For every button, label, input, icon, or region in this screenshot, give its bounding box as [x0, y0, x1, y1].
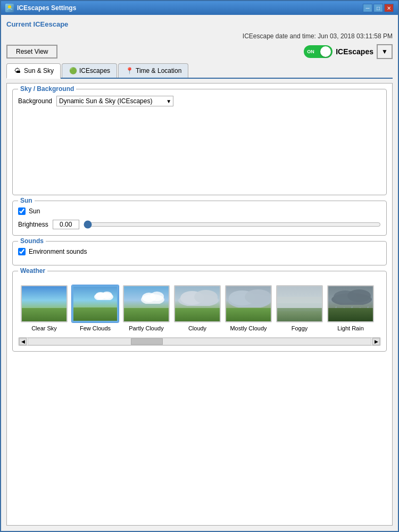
mostly-cloudy-cloud-icon	[226, 286, 272, 307]
time-location-icon: 📍	[125, 66, 134, 75]
svg-point-6	[150, 292, 164, 301]
background-label: Background	[18, 97, 52, 105]
clear-sky-label: Clear Sky	[31, 325, 57, 332]
few-clouds-cloud-icon	[93, 289, 114, 300]
brightness-slider-track	[84, 219, 381, 230]
tabs-row: 🌤 Sun & Sky 🟢 ICEscapes 📍 Time & Locatio…	[6, 63, 393, 79]
toggle-knob	[320, 46, 331, 57]
weather-section: Weather Clear Sky	[12, 271, 387, 352]
reset-toggle-row: Reset View ON ICEscapes ▼	[6, 44, 393, 59]
minimize-button[interactable]: ─	[363, 4, 372, 12]
weather-scrollbar: ◀ ▶	[18, 337, 381, 346]
weather-item-clear-sky[interactable]: Clear Sky	[20, 285, 68, 332]
weather-thumb-partly-cloudy	[123, 285, 170, 322]
weather-thumb-mostly-cloudy	[225, 285, 272, 322]
svg-point-15	[347, 289, 371, 302]
svg-point-3	[102, 292, 112, 299]
window-title: ICEscapes Settings	[17, 4, 76, 12]
partly-cloudy-cloud-icon	[139, 289, 166, 304]
weather-thumb-clear-sky	[21, 285, 68, 322]
title-bar-left: ICEscapes Settings	[5, 4, 76, 12]
brightness-value: 0.00	[53, 220, 79, 229]
few-clouds-trees	[73, 307, 117, 321]
window-content: Current ICEescape ICEescape date and tim…	[1, 15, 398, 531]
tab-icescapes-label: ICEscapes	[79, 67, 110, 74]
svg-point-9	[194, 290, 218, 304]
weather-thumb-few-clouds	[72, 285, 119, 322]
tab-sun-sky[interactable]: 🌤 Sun & Sky	[6, 63, 61, 79]
mostly-cloudy-trees	[226, 308, 271, 321]
mostly-cloudy-label: Mostly Cloudy	[230, 325, 267, 332]
background-row: Background Dynamic Sun & Sky (ICEscapes)…	[18, 96, 381, 106]
close-button[interactable]: ✕	[384, 4, 394, 12]
background-select[interactable]: Dynamic Sun & Sky (ICEscapes) Static Sky…	[56, 96, 173, 106]
scrollbar-track[interactable]	[28, 338, 371, 345]
rain-cloud-icon	[329, 289, 374, 305]
toggle-section: ON ICEscapes ▼	[304, 44, 393, 59]
light-rain-label: Light Rain	[337, 325, 364, 332]
svg-point-12	[245, 289, 271, 304]
weather-grid: Clear Sky	[18, 283, 381, 334]
sky-background-legend: Sky / Background	[18, 85, 76, 93]
brightness-slider[interactable]	[84, 220, 381, 229]
sun-checkbox[interactable]	[18, 207, 26, 215]
sun-sky-icon: 🌤	[13, 66, 22, 75]
env-sounds-label: Environment sounds	[29, 248, 87, 255]
tab-content: Sky / Background Background Dynamic Sun …	[6, 83, 393, 526]
maximize-button[interactable]: □	[373, 4, 383, 12]
foggy-trees	[277, 308, 322, 321]
datetime-text: ICEescape date and time: Jun 03, 2018 03…	[6, 32, 393, 40]
current-iceescape-label: Current ICEescape	[6, 20, 393, 28]
clear-sky-trees	[22, 308, 66, 321]
weather-item-cloudy[interactable]: Cloudy	[173, 285, 221, 332]
partly-cloudy-label: Partly Cloudy	[129, 325, 163, 332]
sky-background-section: Sky / Background Background Dynamic Sun …	[12, 89, 387, 195]
tab-icescapes[interactable]: 🟢 ICEscapes	[62, 63, 117, 78]
tab-time-location-label: Time & Location	[136, 67, 181, 74]
weather-thumb-foggy	[276, 285, 323, 322]
scrollbar-right-arrow[interactable]: ▶	[372, 338, 380, 345]
title-bar: ICEscapes Settings ─ □ ✕	[1, 1, 398, 15]
cloudy-cloud-icon	[176, 287, 221, 306]
few-clouds-label: Few Clouds	[80, 325, 111, 332]
weather-legend: Weather	[18, 267, 47, 275]
scrollbar-thumb[interactable]	[131, 338, 163, 345]
icescapes-toggle[interactable]: ON	[304, 45, 332, 58]
tab-sun-sky-label: Sun & Sky	[24, 67, 54, 74]
main-window: ICEscapes Settings ─ □ ✕ Current ICEesca…	[0, 0, 399, 532]
env-sounds-checkbox[interactable]	[18, 248, 26, 255]
sun-section: Sun Sun Brightness 0.00	[12, 201, 387, 236]
weather-item-few-clouds[interactable]: Few Clouds	[71, 285, 119, 332]
scrollbar-left-arrow[interactable]: ◀	[19, 338, 27, 345]
rain-trees	[328, 308, 373, 321]
weather-thumb-cloudy	[174, 285, 221, 322]
weather-item-partly-cloudy[interactable]: Partly Cloudy	[122, 285, 170, 332]
icescapes-tab-icon: 🟢	[69, 66, 77, 75]
sounds-section: Sounds Environment sounds	[12, 241, 387, 265]
icescapes-label: ICEscapes	[336, 47, 373, 56]
brightness-row: Brightness 0.00	[18, 219, 381, 230]
brightness-label: Brightness	[18, 221, 48, 228]
tab-time-location[interactable]: 📍 Time & Location	[118, 63, 188, 78]
weather-item-foggy[interactable]: Foggy	[276, 285, 323, 332]
sounds-legend: Sounds	[18, 237, 46, 245]
foggy-label: Foggy	[292, 325, 308, 332]
sun-checkbox-row: Sun	[18, 207, 381, 215]
icescapes-dropdown-button[interactable]: ▼	[377, 44, 393, 59]
app-icon	[5, 4, 14, 12]
reset-view-button[interactable]: Reset View	[6, 45, 57, 59]
weather-item-mostly-cloudy[interactable]: Mostly Cloudy	[225, 285, 272, 332]
weather-item-light-rain[interactable]: Light Rain	[327, 285, 375, 332]
background-select-wrapper: Dynamic Sun & Sky (ICEscapes) Static Sky…	[56, 96, 173, 106]
toggle-on-label: ON	[307, 49, 314, 54]
header-row: ICEescape date and time: Jun 03, 2018 03…	[6, 32, 393, 40]
cloudy-label: Cloudy	[188, 325, 206, 332]
env-sounds-row: Environment sounds	[18, 248, 381, 255]
sun-legend: Sun	[18, 197, 35, 204]
weather-thumb-light-rain	[327, 285, 374, 322]
partly-cloudy-trees	[124, 308, 169, 321]
cloudy-trees	[175, 308, 220, 321]
svg-point-0	[8, 5, 11, 9]
sun-checkbox-label: Sun	[29, 207, 40, 215]
window-controls: ─ □ ✕	[363, 4, 394, 12]
